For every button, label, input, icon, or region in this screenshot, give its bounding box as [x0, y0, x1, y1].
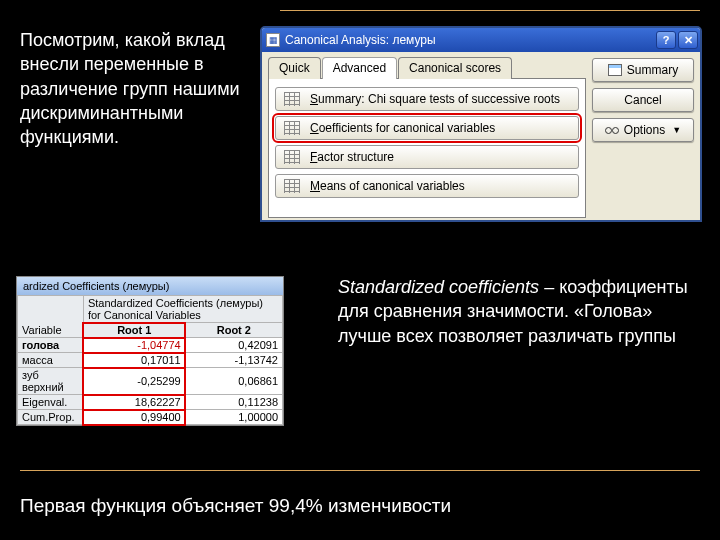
table-row: Eigenval. 18,62227 0,11238 [18, 395, 283, 410]
button-label: Options [624, 123, 665, 137]
button-label: Cancel [624, 93, 661, 107]
row-label: Means of canonical variables [310, 179, 465, 193]
table-row: зуб верхний -0,25299 0,06861 [18, 368, 283, 395]
tab-panel-advanced: Summary: Chi square tests of successive … [268, 78, 586, 218]
divider-bottom [20, 470, 700, 471]
row-label: Coefficients for canonical variables [310, 121, 495, 135]
grid-icon [284, 150, 300, 164]
tab-canonical-scores[interactable]: Canonical scores [398, 57, 512, 79]
grid-icon [284, 179, 300, 193]
coef-window-title: ardized Coefficients (лемуры) [17, 277, 283, 295]
button-label: Summary [627, 63, 678, 77]
col-variable: Variable [18, 296, 84, 338]
table-row: Cum.Prop. 0,99400 1,00000 [18, 410, 283, 425]
intro-text: Посмотрим, какой вклад внесли переменные… [20, 28, 270, 149]
grid-icon [284, 92, 300, 106]
close-button[interactable]: ✕ [678, 31, 698, 49]
grid-icon [608, 64, 622, 76]
chevron-down-icon: ▼ [672, 125, 681, 135]
factor-structure-button[interactable]: Factor structure [275, 145, 579, 169]
row-label: Factor structure [310, 150, 394, 164]
glasses-icon [605, 125, 619, 135]
stdcoef-text: Standardized coefficients – коэффициенты… [338, 275, 698, 348]
tab-quick[interactable]: Quick [268, 57, 321, 79]
dialog-titlebar[interactable]: ▦ Canonical Analysis: лемуры ? ✕ [262, 28, 700, 52]
table-row: масса 0,17011 -1,13742 [18, 353, 283, 368]
app-icon: ▦ [266, 33, 280, 47]
footer-text: Первая функция объясняет 99,4% изменчиво… [20, 495, 700, 517]
summary-chi-square-button[interactable]: Summary: Chi square tests of successive … [275, 87, 579, 111]
summary-button[interactable]: Summary [592, 58, 694, 82]
table-header-main: Standardized Coefficients (лемуры) for C… [83, 296, 282, 323]
row-label: Summary: Chi square tests of successive … [310, 92, 560, 106]
cancel-button[interactable]: Cancel [592, 88, 694, 112]
tab-advanced[interactable]: Advanced [322, 57, 397, 79]
coefficients-window: ardized Coefficients (лемуры) Variable S… [16, 276, 284, 426]
options-button[interactable]: Options ▼ [592, 118, 694, 142]
canonical-analysis-dialog: ▦ Canonical Analysis: лемуры ? ✕ Quick A… [260, 26, 702, 222]
stdcoef-italic: Standardized coefficients [338, 277, 539, 297]
table-row: голова -1,04774 0,42091 [18, 338, 283, 353]
help-button[interactable]: ? [656, 31, 676, 49]
dialog-tabs: Quick Advanced Canonical scores [268, 56, 586, 78]
coefficients-button[interactable]: Coefficients for canonical variables [275, 116, 579, 140]
dialog-title: Canonical Analysis: лемуры [285, 33, 654, 47]
coefficients-table: Variable Standardized Coefficients (лему… [17, 295, 283, 425]
col-root2: Root 2 [185, 323, 282, 338]
means-button[interactable]: Means of canonical variables [275, 174, 579, 198]
grid-icon [284, 121, 300, 135]
col-root1: Root 1 [83, 323, 185, 338]
divider-top [280, 10, 700, 11]
